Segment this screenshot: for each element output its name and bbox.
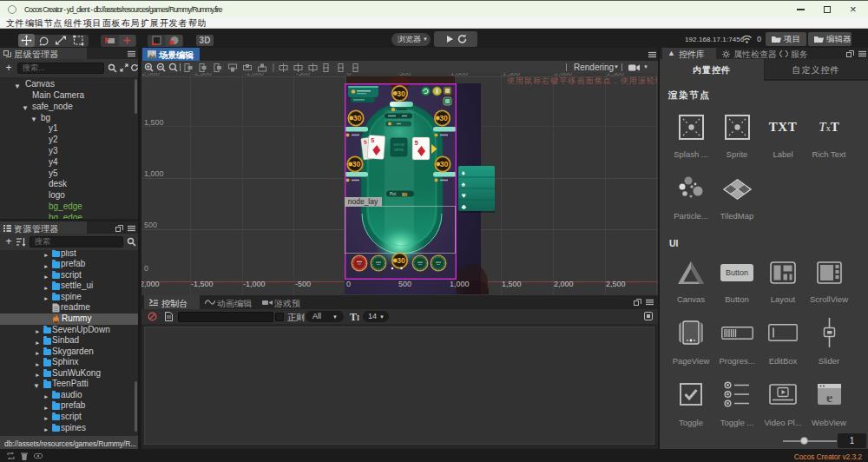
svg-text:Pot:: Pot:: [390, 192, 397, 196]
svg-text:30: 30: [397, 89, 405, 98]
svg-text:♥: ♥: [462, 191, 466, 200]
svg-text:♦: ♦: [462, 168, 466, 177]
svg-text:HERE: HERE: [394, 148, 404, 152]
svg-text:e: e: [826, 390, 832, 405]
svg-text:♠: ♠: [462, 180, 466, 188]
svg-text:SHOW: SHOW: [393, 142, 404, 147]
svg-text:80: 80: [402, 192, 407, 197]
svg-text:♣: ♣: [462, 202, 467, 211]
svg-text:5: 5: [371, 136, 375, 144]
svg-text:5: 5: [415, 139, 418, 147]
